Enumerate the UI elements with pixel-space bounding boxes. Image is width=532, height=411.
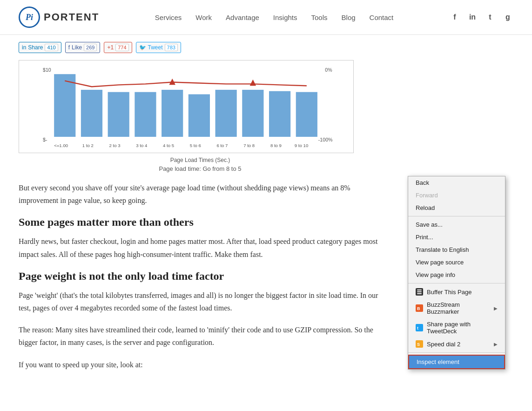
svg-text:2 to 3: 2 to 3: [109, 143, 121, 148]
svg-rect-4: [54, 74, 75, 137]
gplus-count: 774: [115, 44, 128, 51]
nav-services[interactable]: Services: [155, 13, 182, 21]
tweet-text: Tweet: [148, 44, 163, 51]
buffer-icon: [416, 288, 423, 296]
nav-blog[interactable]: Blog: [342, 13, 356, 21]
svg-rect-6: [108, 92, 129, 137]
svg-text:-100%: -100%: [318, 137, 333, 142]
linkedin-share-label: in: [22, 44, 26, 51]
nav-advantage[interactable]: Advantage: [226, 13, 259, 21]
logo-link[interactable]: Pi PORTENT: [19, 7, 99, 28]
ctx-speed-dial-label: Speed dial 2: [427, 341, 460, 348]
ctx-buzzstream-label: BuzzStream Buzzmarker: [427, 301, 490, 315]
ctx-reload-label: Reload: [416, 204, 435, 211]
nav-contact[interactable]: Contact: [370, 13, 394, 21]
ctx-back-label: Back: [416, 179, 429, 186]
facebook-like-count: 269: [84, 44, 97, 51]
article-para-5: If you want to speed up your site, look …: [19, 358, 382, 371]
tweet-button[interactable]: 🐦 Tweet 783: [136, 42, 181, 53]
gplus-label: +1: [107, 44, 114, 51]
svg-rect-26: [417, 290, 422, 290]
ctx-print[interactable]: Print...: [408, 231, 505, 243]
linkedin-share-count: 410: [45, 44, 58, 51]
svg-text:B: B: [417, 306, 420, 311]
nav-work[interactable]: Work: [195, 13, 212, 21]
svg-rect-28: [417, 293, 422, 294]
svg-text:<=1.00: <=1.00: [54, 143, 68, 148]
svg-text:t: t: [417, 326, 418, 330]
ctx-buffer-label: Buffer This Page: [427, 289, 471, 296]
twitter-icon[interactable]: t: [485, 12, 496, 23]
chart-container: $10 $- 0% -100% <=1.00 1 to 2 2 to 3: [19, 60, 354, 153]
ctx-sep-1: [408, 216, 505, 216]
facebook-like-button[interactable]: f Like 269: [65, 42, 101, 53]
svg-text:7 to 8: 7 to 8: [243, 143, 255, 148]
ctx-translate[interactable]: Translate to English: [408, 243, 505, 256]
gplus-button[interactable]: +1 774: [104, 42, 132, 53]
share-bar: in Share 410 f Like 269 +1 774 🐦 Tweet 7…: [0, 35, 532, 60]
logo-circle: Pi: [19, 7, 40, 28]
svg-text:4 to 5: 4 to 5: [163, 143, 174, 148]
svg-text:5 to 6: 5 to 6: [190, 143, 201, 148]
svg-rect-9: [189, 94, 210, 137]
facebook-icon[interactable]: f: [449, 12, 460, 23]
logo-text: PORTENT: [44, 11, 99, 23]
google-icon[interactable]: g: [502, 12, 513, 23]
main-content: $10 $- 0% -100% <=1.00 1 to 2 2 to 3: [0, 60, 400, 399]
svg-text:3 to 4: 3 to 4: [136, 143, 148, 148]
ctx-view-source[interactable]: View page source: [408, 256, 505, 269]
article-body: But every second you shave off your site…: [19, 182, 382, 371]
article-para-4: The reason: Many sites have streamlined …: [19, 323, 382, 349]
ctx-inspect-element[interactable]: Inspect element: [408, 355, 505, 369]
ctx-view-source-label: View page source: [416, 259, 464, 266]
svg-rect-5: [81, 90, 102, 137]
tweetdeck-icon: t: [416, 324, 423, 331]
linkedin-share-button[interactable]: in Share 410: [19, 42, 61, 53]
site-header: Pi PORTENT Services Work Advantage Insig…: [0, 0, 532, 35]
ctx-inspect-label: Inspect element: [417, 358, 459, 365]
svg-rect-11: [242, 90, 263, 137]
ctx-translate-label: Translate to English: [416, 246, 469, 253]
nav-insights[interactable]: Insights: [273, 13, 297, 21]
svg-text:8 to 9: 8 to 9: [270, 143, 282, 148]
ctx-back[interactable]: Back: [408, 176, 505, 189]
article-heading-1: Some pages matter more than others: [19, 216, 382, 229]
svg-marker-15: [250, 80, 256, 86]
ctx-speed-dial[interactable]: S Speed dial 2: [408, 337, 505, 350]
ctx-print-label: Print...: [416, 234, 433, 241]
article-heading-2: Page weight is not the only load time fa…: [19, 270, 382, 283]
article-para-3: Page 'weight' (that's the total kilobyte…: [19, 289, 382, 314]
svg-text:$-: $-: [43, 137, 47, 142]
ctx-tweetdeck-label: Share page with TweetDeck: [427, 321, 498, 335]
ctx-tweetdeck[interactable]: t Share page with TweetDeck: [408, 318, 505, 337]
linkedin-share-text: Share: [28, 44, 43, 51]
ctx-forward: Forward: [408, 189, 505, 202]
logo-pi: Pi: [26, 13, 33, 22]
svg-text:0%: 0%: [325, 67, 332, 73]
ctx-view-info-label: View page info: [416, 271, 455, 278]
main-nav: Services Work Advantage Insights Tools B…: [155, 13, 393, 21]
nav-tools[interactable]: Tools: [311, 13, 328, 21]
svg-text:6 to 7: 6 to 7: [216, 143, 228, 148]
svg-rect-12: [269, 91, 290, 137]
article-para-2: Hardly news, but faster checkout, login …: [19, 235, 382, 260]
ctx-forward-label: Forward: [416, 192, 438, 199]
tweet-label: 🐦: [139, 44, 146, 51]
ctx-reload[interactable]: Reload: [408, 202, 505, 214]
chart-svg: $10 $- 0% -100% <=1.00 1 to 2 2 to 3: [24, 65, 349, 148]
ctx-buzzstream[interactable]: B BuzzStream Buzzmarker: [408, 298, 505, 318]
svg-text:S: S: [417, 342, 420, 347]
linkedin-icon[interactable]: in: [467, 12, 478, 23]
facebook-like-label: f: [68, 44, 70, 51]
buzzstream-icon: B: [416, 304, 423, 312]
facebook-like-text: Like: [72, 44, 82, 51]
ctx-save-as[interactable]: Save as...: [408, 218, 505, 231]
svg-text:9 to 10: 9 to 10: [295, 143, 308, 148]
ctx-view-info[interactable]: View page info: [408, 269, 505, 281]
ctx-buffer[interactable]: Buffer This Page: [408, 285, 505, 298]
ctx-save-as-label: Save as...: [416, 221, 443, 228]
svg-text:1 to 2: 1 to 2: [82, 143, 94, 148]
svg-rect-10: [215, 90, 237, 137]
ctx-sep-3: [408, 352, 505, 353]
svg-rect-27: [417, 291, 422, 292]
